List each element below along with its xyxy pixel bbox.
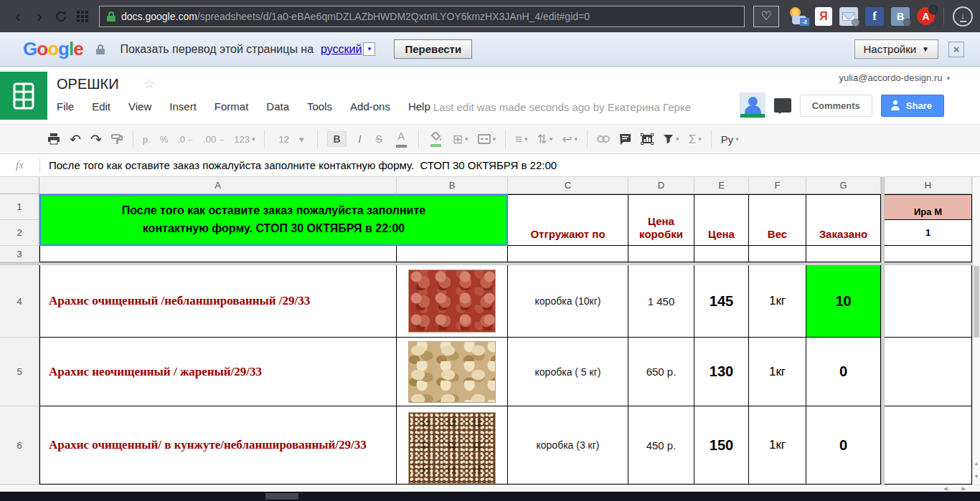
avira-extension-icon[interactable]: A [917,7,935,25]
downloads-button[interactable]: ↓ [953,6,973,27]
insert-link-button[interactable] [597,135,610,143]
input-language-button[interactable]: Ру▾ [721,133,739,145]
language-dropdown[interactable]: ▼ [363,42,375,56]
more-formats-button[interactable]: 123▾ [234,134,255,145]
cell-box-price[interactable]: 650 р. [628,338,694,406]
empty-cell[interactable] [397,246,508,262]
empty-cell[interactable] [885,338,972,406]
close-infobar-button[interactable]: × [948,42,964,57]
yandex-extension-icon[interactable]: Я [815,7,832,26]
cell-price[interactable]: 150 [694,406,749,485]
cell-ordered[interactable]: 0 [806,406,881,485]
vertical-align-button[interactable]: ⇅▾ [537,133,553,145]
comments-button[interactable]: Comments [800,95,872,117]
translate-button[interactable]: Перевести [394,39,472,59]
vertical-scrollbar[interactable]: ▲ ▼ [972,177,980,485]
cell-ordered[interactable]: 0 [806,338,881,406]
cell-manager-name[interactable]: Ира М [885,194,972,220]
column-header-b[interactable]: B [397,177,508,194]
formula-input[interactable]: После того как оставите заказ пожалуйста… [40,159,557,171]
facebook-extension-icon[interactable]: f [865,7,884,26]
menu-insert[interactable]: Insert [169,100,197,113]
cell-price[interactable]: 130 [694,338,749,406]
favorites-heart-icon[interactable]: ♡ [753,6,779,27]
share-button[interactable]: Share [881,95,944,117]
column-header-d[interactable]: D [628,177,694,194]
row-header-3[interactable]: 3 [0,246,39,262]
menu-addons[interactable]: Add-ons [350,100,390,113]
cell-ship-by[interactable]: коробка (3 кг) [508,406,628,485]
empty-cell[interactable] [885,246,972,262]
cell-ship-by[interactable]: коробка (10кг) [508,265,628,338]
row-header-5[interactable]: 5 [0,338,39,406]
cell-weight[interactable]: 1кг [749,406,806,485]
weather-extension-icon[interactable]: -2 [789,7,808,26]
column-header-a[interactable]: A [39,177,397,194]
cell-header-ship[interactable]: Отгружают по [508,194,628,246]
empty-cell[interactable] [39,246,397,262]
empty-cell[interactable] [508,246,628,262]
cell-header-ordered[interactable]: Заказано [806,194,881,246]
mail-extension-icon[interactable] [839,7,858,26]
cell-box-price[interactable]: 1 450 [628,265,694,338]
horizontal-align-button[interactable]: ≡▾ [515,133,527,145]
cell-box-price[interactable]: 450 р. [628,406,694,485]
functions-button[interactable]: Σ▾ [689,133,702,145]
empty-cell[interactable] [628,246,694,262]
paint-format-button[interactable] [111,133,123,145]
cell-weight[interactable]: 1кг [749,338,806,406]
cell-manager-count[interactable]: 1 [885,220,972,246]
italic-button[interactable]: I [356,132,364,146]
cell-header-weight[interactable]: Вес [749,194,806,246]
cell-banner-selected[interactable]: После того как оставите заказ пожалуйста… [39,194,508,246]
taskbar-thumb[interactable] [265,493,298,500]
scrollbar-thumb[interactable] [974,266,979,338]
fill-color-button[interactable] [428,130,443,148]
bold-button[interactable]: B [327,131,346,147]
scroll-down-icon[interactable]: ▼ [973,471,980,482]
strikethrough-button[interactable]: S [373,132,384,146]
sheets-logo[interactable] [0,72,47,120]
refresh-icon[interactable] [50,6,72,27]
vk-extension-icon[interactable]: В [891,7,910,26]
merge-cells-button[interactable]: ▾ [478,134,496,144]
cell-ordered-highlighted[interactable]: 10 [806,265,881,338]
row-header-6[interactable]: 6 [0,406,39,485]
print-button[interactable] [47,133,60,145]
star-icon[interactable]: ☆ [143,76,155,92]
cell-header-price[interactable]: Цена [694,194,749,246]
redo-button[interactable]: ↷ [90,133,102,146]
column-header-f[interactable]: F [749,177,806,194]
document-title[interactable]: ОРЕШКИ [57,76,119,92]
empty-cell[interactable] [806,246,881,262]
menu-file[interactable]: File [57,100,74,113]
scroll-up-icon[interactable]: ▲ [973,458,980,469]
menu-data[interactable]: Data [266,100,289,113]
menu-edit[interactable]: Edit [92,100,110,113]
cell-product-name[interactable]: Арахис очищенный /небланшированный /29/3… [39,265,397,338]
scroll-left-icon[interactable]: ◀ [943,486,953,492]
row-header-4[interactable]: 4 [0,265,39,338]
column-header-g[interactable]: G [806,177,881,194]
address-bar[interactable]: docs.google.com /spreadsheets/d/1a0-eBAe… [99,6,745,27]
percent-format-button[interactable]: % [160,134,169,145]
text-wrap-button[interactable]: ↩▾ [562,133,578,145]
column-header-e[interactable]: E [694,177,749,194]
cell-header-box-price[interactable]: Цена коробки [628,194,694,246]
cell-weight[interactable]: 1кг [749,265,806,338]
decrease-decimals-button[interactable]: .0← [177,134,194,145]
empty-cell[interactable] [749,246,806,262]
column-header-h[interactable]: H [885,177,972,194]
row-header-2[interactable]: 2 [0,220,39,246]
cell-product-name[interactable]: Арахис неочищенный / жареный/29/33 [39,338,397,406]
translate-settings-button[interactable]: Настройки ▼ [854,39,938,59]
undo-button[interactable]: ↶ [70,133,81,146]
empty-cell[interactable] [694,246,749,262]
cell-price[interactable]: 145 [694,265,749,338]
apps-grid-icon[interactable] [72,6,93,27]
text-color-button[interactable]: A [394,130,409,149]
scroll-right-icon[interactable]: ▶ [962,486,971,492]
font-size-selector[interactable]: 12▾ [274,134,308,145]
horizontal-scrollbar[interactable]: ◀ ▶ [0,485,980,492]
chat-icon[interactable] [774,98,791,113]
